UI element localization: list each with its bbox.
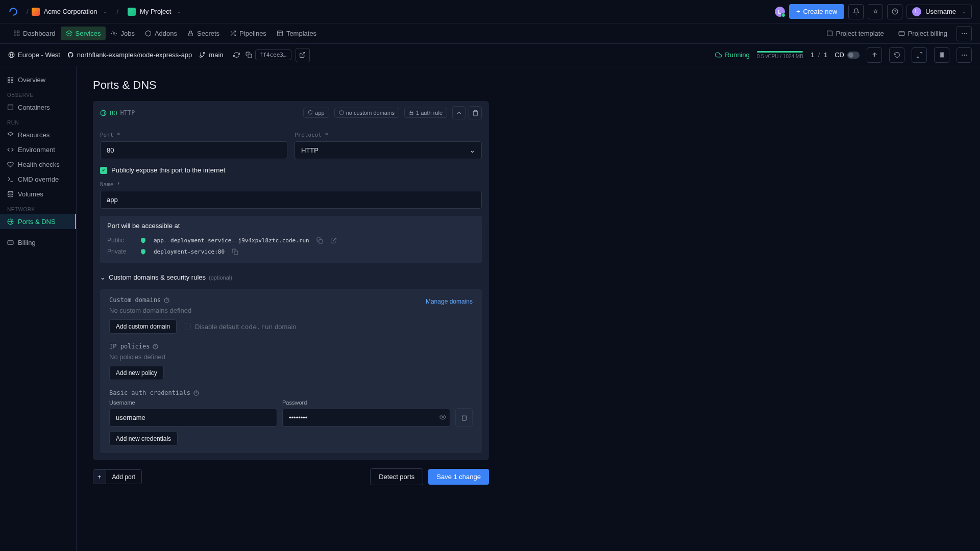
cloud-icon <box>715 52 722 58</box>
add-port-button[interactable]: + Add port <box>93 469 142 484</box>
detect-ports-button[interactable]: Detect ports <box>370 468 423 485</box>
sidebar-containers[interactable]: Containers <box>0 100 76 115</box>
username-label: Username <box>109 399 277 406</box>
chevron-down-icon: ⌄ <box>962 9 966 14</box>
port-input[interactable] <box>100 141 287 159</box>
chevron-down-icon: ⌄ <box>100 273 106 281</box>
svg-point-6 <box>113 33 115 34</box>
org-selector[interactable]: Acme Corporation ⌄ <box>29 6 111 18</box>
sidebar-group-network: NETWORK <box>0 202 76 214</box>
svg-rect-11 <box>278 31 283 36</box>
protocol-select[interactable]: HTTP ⌄ <box>295 141 482 159</box>
cd-toggle[interactable]: CD <box>835 51 860 59</box>
name-input[interactable] <box>100 191 482 209</box>
svg-rect-28 <box>11 81 13 83</box>
notifications-button[interactable] <box>848 4 864 19</box>
rocket-button[interactable] <box>868 4 883 19</box>
password-input[interactable] <box>282 409 450 427</box>
save-button[interactable]: Save 1 change <box>428 469 489 485</box>
sidebar-group-observe: OBSERVE <box>0 87 76 100</box>
sidebar-cmd-override[interactable]: CMD override <box>0 172 76 187</box>
delete-port-button[interactable] <box>469 106 482 119</box>
external-link-icon[interactable] <box>330 237 337 244</box>
logo[interactable] <box>8 7 18 17</box>
svg-rect-23 <box>940 53 941 57</box>
repo-link[interactable]: northflank-examples/node-express-app <box>67 51 192 59</box>
expand-button[interactable] <box>912 47 927 63</box>
help-icon[interactable] <box>153 343 158 350</box>
chevron-down-icon: ⌄ <box>177 9 181 14</box>
tab-secrets[interactable]: Secrets <box>182 27 225 40</box>
sidebar-volumes[interactable]: Volumes <box>0 187 76 202</box>
tab-jobs[interactable]: Jobs <box>106 27 139 40</box>
sidebar-resources[interactable]: Resources <box>0 128 76 142</box>
project-billing-link[interactable]: Project billing <box>893 27 952 40</box>
branch-icon <box>199 52 206 58</box>
svg-rect-15 <box>899 32 904 36</box>
sidebar-overview[interactable]: Overview <box>0 72 76 87</box>
restart-button[interactable] <box>889 47 904 63</box>
sidebar-group-run: RUN <box>0 115 76 128</box>
svg-rect-1 <box>14 31 16 33</box>
create-new-button[interactable]: + Create new <box>789 4 844 19</box>
shield-icon <box>140 237 146 244</box>
svg-rect-3 <box>14 34 16 36</box>
port-label: Port * <box>100 132 287 138</box>
delete-credential-button[interactable] <box>455 408 473 427</box>
tab-services[interactable]: Services <box>61 27 106 40</box>
sidebar-environment[interactable]: Environment <box>0 142 76 157</box>
protocol-label: Protocol * <box>295 132 482 138</box>
copy-icon[interactable] <box>232 248 238 255</box>
project-template-link[interactable]: Project template <box>821 27 889 40</box>
disable-default-checkbox[interactable] <box>184 323 191 330</box>
toggle-password-button[interactable] <box>439 414 446 422</box>
copy-icon[interactable] <box>243 49 255 61</box>
presence-avatar[interactable]: E <box>775 7 785 17</box>
tab-pipelines[interactable]: Pipelines <box>225 27 272 40</box>
sidebar-billing[interactable]: Billing <box>0 235 76 250</box>
pause-button[interactable] <box>934 47 949 63</box>
github-icon <box>67 52 74 58</box>
tab-templates[interactable]: Templates <box>272 27 322 40</box>
manage-domains-link[interactable]: Manage domains <box>426 298 473 305</box>
tab-addons[interactable]: Addons <box>140 27 182 40</box>
svg-rect-7 <box>189 33 193 36</box>
copy-icon[interactable] <box>316 237 323 244</box>
replica-count: 1 / 1 <box>811 51 827 59</box>
svg-point-46 <box>442 416 444 417</box>
svg-line-10 <box>231 31 232 33</box>
scale-up-button[interactable] <box>867 47 882 63</box>
help-icon[interactable] <box>164 297 169 304</box>
user-menu[interactable]: U Username ⌄ <box>906 5 972 19</box>
plus-icon: + <box>796 8 800 15</box>
security-collapse[interactable]: ⌄ Custom domains & security rules (optio… <box>100 270 482 284</box>
external-link-button[interactable] <box>296 48 310 62</box>
help-icon[interactable] <box>193 390 199 396</box>
add-credentials-button[interactable]: Add new credentials <box>109 432 178 446</box>
no-policies-text: No policies defined <box>109 353 473 361</box>
svg-rect-26 <box>11 78 13 80</box>
breadcrumb-sep: / <box>116 8 118 15</box>
refresh-icon[interactable] <box>231 49 243 61</box>
more-actions-button[interactable]: ⋯ <box>957 47 972 63</box>
more-button[interactable]: ⋯ <box>957 26 972 41</box>
svg-point-32 <box>8 191 13 193</box>
help-button[interactable] <box>887 4 902 19</box>
add-policy-button[interactable]: Add new policy <box>109 366 164 380</box>
collapse-button[interactable] <box>452 106 465 119</box>
svg-point-20 <box>203 53 205 54</box>
project-selector[interactable]: My Project ⌄ <box>125 6 184 18</box>
commit-hash[interactable]: ff4cee3… <box>255 49 291 60</box>
private-url: deployment-service:80 <box>154 248 225 255</box>
branch-indicator[interactable]: main <box>199 51 223 59</box>
sidebar-health-checks[interactable]: Health checks <box>0 157 76 172</box>
chip-auth: 1 auth rule <box>404 108 447 118</box>
add-domain-button[interactable]: Add custom domain <box>109 319 177 334</box>
sidebar-ports-dns[interactable]: Ports & DNS <box>0 214 76 229</box>
expose-checkbox[interactable]: ✓ <box>100 167 107 174</box>
page-title: Ports & DNS <box>93 79 489 92</box>
username-input[interactable] <box>109 409 277 427</box>
tab-dashboard[interactable]: Dashboard <box>8 27 61 40</box>
svg-rect-40 <box>410 113 413 115</box>
svg-marker-30 <box>8 132 13 136</box>
